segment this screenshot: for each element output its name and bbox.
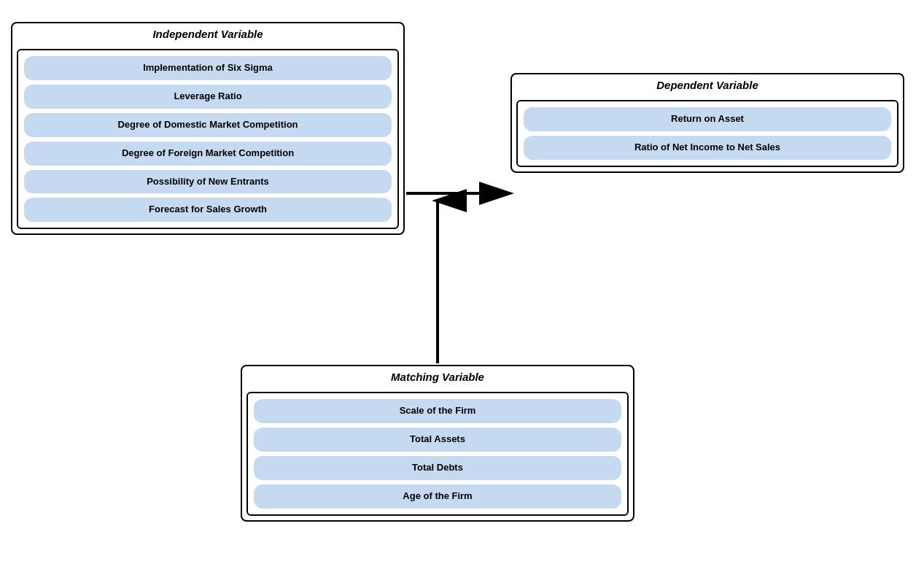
matching-variable-inner: Scale of the FirmTotal AssetsTotal Debts… [246, 392, 629, 516]
independent-item: Degree of Domestic Market Competition [24, 113, 392, 137]
independent-item: Leverage Ratio [24, 85, 392, 109]
independent-variable-box: Independent Variable Implementation of S… [11, 22, 405, 235]
dependent-variable-title: Dependent Variable [512, 74, 903, 96]
dependent-variable-inner: Return on AssetRatio of Net Income to Ne… [516, 100, 898, 167]
independent-variable-inner: Implementation of Six SigmaLeverage Rati… [17, 49, 399, 229]
matching-item: Total Assets [254, 428, 621, 452]
matching-variable-box: Matching Variable Scale of the FirmTotal… [241, 365, 634, 522]
independent-variable-title: Independent Variable [12, 23, 403, 45]
independent-item: Possibility of New Entrants [24, 170, 392, 194]
diagram-container: Independent Variable Implementation of S… [0, 0, 924, 572]
matching-item: Total Debts [254, 456, 621, 480]
independent-item: Degree of Foreign Market Competition [24, 142, 392, 166]
independent-item: Forecast for Sales Growth [24, 198, 392, 222]
dependent-variable-box: Dependent Variable Return on AssetRatio … [510, 73, 904, 173]
matching-item: Age of the Firm [254, 484, 621, 509]
matching-item: Scale of the Firm [254, 399, 621, 423]
dependent-item: Ratio of Net Income to Net Sales [524, 136, 891, 160]
independent-item: Implementation of Six Sigma [24, 56, 392, 80]
matching-variable-title: Matching Variable [242, 366, 633, 387]
dependent-item: Return on Asset [524, 107, 891, 131]
